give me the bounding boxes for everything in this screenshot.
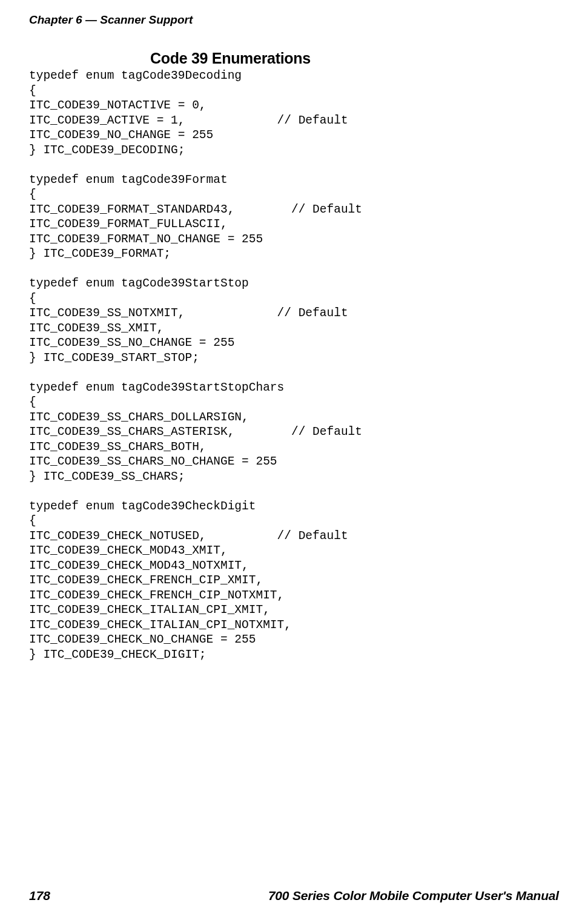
page: Chapter 6 — Scanner Support Code 39 Enum… [0,0,588,920]
header-separator: — [82,13,101,26]
code-block: typedef enum tagCode39Decoding { ITC_COD… [29,68,559,662]
manual-title: 700 Series Color Mobile Computer User's … [268,889,559,903]
content-area: Code 39 Enumerations typedef enum tagCod… [29,50,559,662]
running-header: Chapter 6 — Scanner Support [29,13,193,27]
section-label: Scanner Support [100,13,193,26]
footer: 178 700 Series Color Mobile Computer Use… [29,889,559,903]
page-number: 178 [29,889,50,903]
chapter-label: Chapter 6 [29,13,82,26]
section-title: Code 39 Enumerations [29,50,559,67]
